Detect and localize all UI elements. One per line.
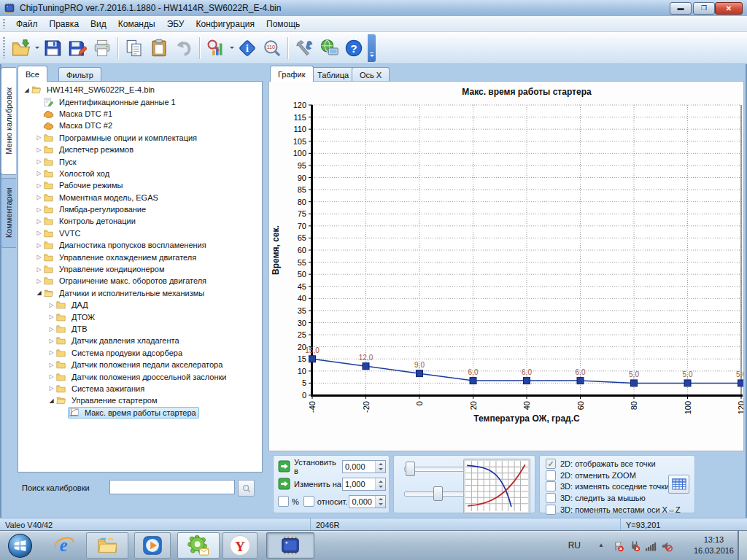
apply-set-button[interactable] <box>278 460 290 472</box>
volume-muted-icon[interactable] <box>661 540 673 552</box>
tree-collapsed-arrow[interactable]: ▷ <box>47 385 55 392</box>
taskbar-yandex-button[interactable]: Y <box>222 532 258 559</box>
spin-up[interactable] <box>376 478 385 484</box>
side-tab-calibration-menu[interactable]: Меню калибровок <box>1 67 16 175</box>
tree-collapsed-arrow[interactable]: ▷ <box>35 266 43 273</box>
save-as-button[interactable] <box>65 36 90 61</box>
slider-thumb[interactable] <box>433 486 443 501</box>
web-button[interactable] <box>317 36 341 61</box>
rotation-slider[interactable] <box>404 462 467 475</box>
percent-checkbox[interactable] <box>278 496 289 507</box>
tree-collapsed-arrow[interactable]: ▷ <box>35 170 43 176</box>
elevation-slider[interactable] <box>404 486 467 499</box>
info-button[interactable]: i <box>235 36 260 61</box>
data-point[interactable] <box>577 378 584 384</box>
tree-item[interactable]: ▷Управление охлаждением двигателя <box>18 251 262 262</box>
tree-item[interactable]: ▷Система зажигания <box>18 383 262 394</box>
taskbar-start-button[interactable] <box>6 532 34 559</box>
relative-input[interactable]: 0,000 <box>349 495 386 508</box>
tree-collapsed-arrow[interactable]: ▷ <box>35 230 43 236</box>
chart-find-dropdown-arrow[interactable] <box>228 36 235 61</box>
spin-down[interactable] <box>376 467 385 472</box>
menu-Помощь[interactable]: Помощь <box>260 17 306 31</box>
tree-item[interactable]: ▷Датчик положения педали акселератора <box>18 359 262 370</box>
tree-item[interactable]: ▷Датчик положения дроссельной заслонки <box>18 370 262 382</box>
clock[interactable]: 13:13 16.03.2016 <box>694 534 734 556</box>
help-button[interactable]: ? <box>341 36 366 61</box>
grid-table-button[interactable] <box>668 475 689 494</box>
data-point[interactable] <box>417 370 423 377</box>
tree-item[interactable]: ▷Управление кондиционером <box>18 263 262 275</box>
tree-item[interactable]: Маска DTC #2 <box>18 120 262 131</box>
option-checkbox[interactable] <box>546 481 556 491</box>
data-point[interactable] <box>684 380 691 386</box>
tree-item[interactable]: Макс. время работы стартера <box>18 407 262 419</box>
tree-collapsed-arrow[interactable]: ▷ <box>35 194 43 201</box>
menu-ЭБУ[interactable]: ЭБУ <box>161 17 190 31</box>
tab-all[interactable]: Все <box>18 66 47 82</box>
tree-collapsed-arrow[interactable]: ▷ <box>47 373 55 380</box>
tree-collapsed-arrow[interactable]: ▷ <box>35 206 43 213</box>
tools-button[interactable] <box>292 36 317 61</box>
taskbar-chip-button[interactable] <box>266 532 314 559</box>
spin-up[interactable] <box>376 461 385 467</box>
tree-item[interactable]: ▷Лямбда-регулирование <box>18 203 262 215</box>
network-icon[interactable] <box>645 540 657 552</box>
data-point[interactable] <box>738 380 744 386</box>
print-button[interactable] <box>90 36 115 61</box>
tree-item[interactable]: ◢Датчики и исполнительные механизмы <box>18 287 262 299</box>
tree-collapsed-arrow[interactable]: ▷ <box>35 147 43 153</box>
change-by-input[interactable]: 1,000 <box>342 478 386 491</box>
tree-item[interactable]: ▷VVTC <box>18 228 262 239</box>
taskbar-ie-button[interactable]: e <box>51 532 77 559</box>
save-button[interactable] <box>40 36 65 61</box>
chart-find-button[interactable] <box>204 36 228 61</box>
tree-collapsed-arrow[interactable]: ▷ <box>47 314 55 320</box>
tree-collapsed-arrow[interactable]: ▷ <box>35 254 43 260</box>
value-find-button[interactable]: 110 <box>260 36 285 61</box>
open-button[interactable] <box>9 36 34 61</box>
taskbar-icq-button[interactable] <box>177 532 220 559</box>
tree-item[interactable]: ▷ДАД <box>18 299 262 311</box>
starter-time-chart[interactable]: Макс. время работы стартера0510152025303… <box>269 83 743 427</box>
tree-item[interactable]: ◢Управление стартером <box>18 394 262 406</box>
tree-collapsed-arrow[interactable]: ▷ <box>35 158 43 165</box>
tree-item[interactable]: ▷Ограничение макс. оборотов двигателя <box>18 275 262 287</box>
restore-button[interactable]: ❐ <box>693 2 715 15</box>
tree-item[interactable]: ▷Пуск <box>18 155 262 167</box>
action-center-icon[interactable] <box>613 540 624 552</box>
tree-item[interactable]: ▷Диагностика пропусков воспламенения <box>18 239 262 251</box>
tree-expanded-arrow[interactable]: ◢ <box>35 289 43 296</box>
open-dropdown-arrow[interactable] <box>34 36 40 61</box>
taskbar-explorer-button[interactable] <box>86 532 128 559</box>
tray-expand-icon[interactable]: ▲ <box>598 542 604 548</box>
show-desktop-button[interactable] <box>738 531 747 560</box>
tree-item[interactable]: ▷Моментная модель, EGAS <box>18 192 262 203</box>
menu-Вид[interactable]: Вид <box>85 17 112 31</box>
tree-item[interactable]: ▷ДТВ <box>18 323 262 335</box>
option-checkbox[interactable] <box>546 505 556 515</box>
toolbar-overflow-button[interactable] <box>368 34 376 62</box>
tree-item[interactable]: ▷Программные опции и комплектация <box>18 132 262 144</box>
tree-item[interactable]: Маска DTC #1 <box>18 108 262 120</box>
taskbar-wmp-button[interactable] <box>134 532 171 559</box>
tab-table[interactable]: Таблица <box>309 67 357 82</box>
search-input[interactable] <box>109 480 235 494</box>
tree-item[interactable]: Идентификационные данные 1 <box>18 96 262 107</box>
minimize-button[interactable]: ▬ <box>670 2 692 15</box>
tree-collapsed-arrow[interactable]: ▷ <box>47 326 55 332</box>
tab-axis-x[interactable]: Ось X <box>352 67 390 82</box>
data-point[interactable] <box>470 378 476 384</box>
tree-item[interactable]: ◢HW1414R_SW6022R_E-4.bin <box>18 84 262 96</box>
tree-collapsed-arrow[interactable]: ▷ <box>35 278 43 284</box>
tree-item[interactable]: ▷Диспетчер режимов <box>18 144 262 155</box>
menu-Файл[interactable]: Файл <box>10 17 44 31</box>
option-checkbox[interactable] <box>546 493 556 503</box>
copy-button[interactable] <box>122 36 147 61</box>
data-point[interactable] <box>309 356 316 362</box>
data-point[interactable] <box>363 363 369 370</box>
tree-collapsed-arrow[interactable]: ▷ <box>47 338 55 344</box>
tree-collapsed-arrow[interactable]: ▷ <box>35 218 43 225</box>
tree-item[interactable]: ▷ДТОЖ <box>18 311 262 322</box>
tree-collapsed-arrow[interactable]: ▷ <box>47 362 55 368</box>
